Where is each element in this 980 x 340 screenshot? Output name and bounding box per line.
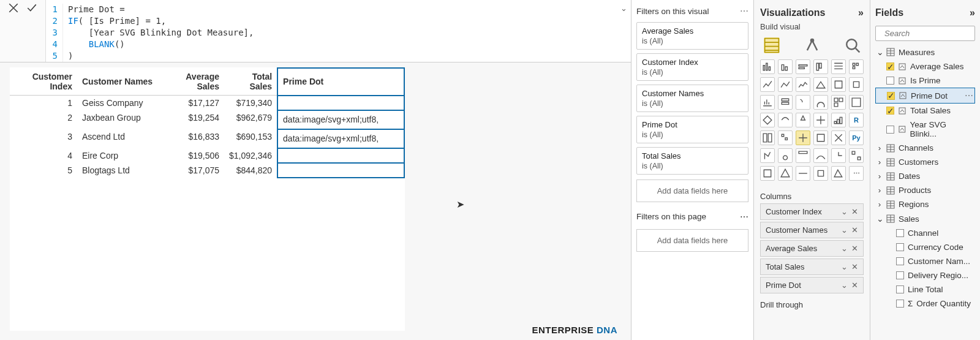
- table-row[interactable]: 5 Blogtags Ltd $17,075 $844,820: [10, 163, 404, 178]
- viz-type-icon[interactable]: [831, 77, 846, 92]
- viz-type-icon[interactable]: [849, 77, 864, 92]
- viz-type-icon[interactable]: [760, 113, 775, 127]
- viz-type-icon[interactable]: [796, 166, 810, 181]
- viz-type-icon[interactable]: [831, 130, 846, 145]
- filters-page-more-icon[interactable]: ⋯: [740, 212, 748, 222]
- dax-editor[interactable]: 12345 Prime Dot = IF( [Is Prime] = 1, [Y…: [46, 0, 631, 62]
- viz-type-icon[interactable]: [796, 95, 810, 110]
- tree-field[interactable]: ✓Average Sales: [875, 59, 975, 74]
- viz-type-icon[interactable]: [778, 95, 793, 110]
- remove-field-icon[interactable]: ✕: [851, 281, 858, 290]
- viz-type-icon[interactable]: [778, 166, 793, 181]
- viz-type-icon[interactable]: [778, 59, 793, 74]
- viz-type-icon[interactable]: [796, 130, 810, 145]
- field-checkbox[interactable]: [896, 271, 904, 279]
- viz-type-icon[interactable]: [831, 148, 846, 163]
- tree-table[interactable]: ›Customers: [875, 155, 975, 169]
- field-checkbox[interactable]: [896, 243, 904, 251]
- col-header-index[interactable]: Customer Index: [10, 68, 77, 96]
- cancel-formula-icon[interactable]: [8, 2, 19, 15]
- tree-table[interactable]: ›Dates: [875, 169, 975, 183]
- commit-formula-icon[interactable]: [26, 2, 37, 15]
- tree-table-sales[interactable]: ⌄Sales: [875, 211, 975, 226]
- col-header-names[interactable]: Customer Names: [77, 68, 163, 96]
- viz-type-icon[interactable]: [796, 113, 810, 127]
- viz-type-icon[interactable]: [796, 148, 810, 163]
- viz-type-icon[interactable]: [796, 77, 810, 92]
- viz-type-icon[interactable]: [778, 77, 793, 92]
- filter-card[interactable]: Total Salesis (All): [636, 147, 748, 175]
- viz-type-icon[interactable]: ⋯: [849, 166, 864, 181]
- viz-type-icon[interactable]: [760, 148, 775, 163]
- table-row[interactable]: 1 Geiss Company $17,127 $719,340: [10, 96, 404, 111]
- viz-type-icon[interactable]: R: [849, 113, 864, 127]
- viz-type-icon[interactable]: [831, 113, 846, 127]
- viz-type-icon[interactable]: [849, 148, 864, 163]
- field-well[interactable]: Prime Dot⌄✕: [760, 277, 864, 293]
- viz-type-icon[interactable]: Py: [849, 130, 864, 145]
- field-checkbox[interactable]: [896, 285, 904, 293]
- field-checkbox[interactable]: [896, 300, 904, 308]
- viz-mode-format-icon[interactable]: [804, 37, 820, 53]
- viz-type-icon[interactable]: [849, 95, 864, 110]
- tree-group-measures[interactable]: ⌄Measures: [875, 45, 975, 59]
- remove-field-icon[interactable]: ✕: [851, 262, 858, 271]
- viz-type-icon[interactable]: [778, 148, 793, 163]
- filter-card[interactable]: Average Salesis (All): [636, 22, 748, 50]
- viz-type-icon[interactable]: [778, 130, 793, 145]
- field-well[interactable]: Customer Index⌄✕: [760, 203, 864, 220]
- remove-field-icon[interactable]: ✕: [851, 207, 858, 216]
- table-row[interactable]: 2 Jaxbean Group $19,254 $962,679 data:im…: [10, 110, 404, 129]
- tree-field[interactable]: ✓Total Sales: [875, 104, 975, 118]
- col-header-avg[interactable]: Average Sales: [163, 68, 224, 96]
- tree-column[interactable]: Line Total: [875, 282, 975, 297]
- tree-table[interactable]: ›Products: [875, 183, 975, 197]
- tree-column[interactable]: Currency Code: [875, 240, 975, 254]
- viz-type-icon[interactable]: [831, 95, 846, 110]
- viz-type-icon[interactable]: [813, 95, 828, 110]
- chevron-down-icon[interactable]: ⌄: [841, 207, 848, 216]
- viz-type-icon[interactable]: [813, 148, 828, 163]
- report-canvas[interactable]: Customer Index Customer Names Average Sa…: [0, 62, 631, 340]
- chevron-down-icon[interactable]: ⌄: [841, 225, 848, 235]
- fields-search-input[interactable]: [884, 29, 980, 38]
- field-well[interactable]: Customer Names⌄✕: [760, 222, 864, 238]
- tree-column[interactable]: Delivery Regio...: [875, 268, 975, 282]
- viz-type-icon[interactable]: [813, 113, 828, 127]
- viz-collapse-icon[interactable]: »: [858, 7, 864, 18]
- chevron-down-icon[interactable]: ⌄: [841, 244, 848, 253]
- field-checkbox[interactable]: [886, 77, 894, 85]
- viz-type-icon[interactable]: [849, 59, 864, 74]
- filter-card[interactable]: Prime Dotis (All): [636, 116, 748, 143]
- code-body[interactable]: Prime Dot = IF( [Is Prime] = 1, [Year SV…: [63, 4, 254, 62]
- viz-mode-fields-icon[interactable]: [764, 37, 780, 53]
- table-row[interactable]: 3 Ascend Ltd $16,833 $690,153 data:image…: [10, 129, 404, 148]
- tree-column[interactable]: Customer Nam...: [875, 254, 975, 268]
- viz-type-icon[interactable]: [813, 59, 828, 74]
- field-checkbox[interactable]: [886, 126, 894, 134]
- viz-type-icon[interactable]: [813, 166, 828, 181]
- chevron-down-icon[interactable]: ⌄: [841, 262, 848, 271]
- table-visual[interactable]: Customer Index Customer Names Average Sa…: [10, 67, 405, 331]
- viz-type-icon[interactable]: [796, 59, 810, 74]
- tree-field[interactable]: Is Prime: [875, 74, 975, 88]
- viz-type-icon[interactable]: [760, 166, 775, 181]
- remove-field-icon[interactable]: ✕: [851, 225, 858, 235]
- field-more-icon[interactable]: ⋯: [965, 91, 973, 100]
- tree-column[interactable]: ΣOrder Quantity: [875, 297, 975, 311]
- chevron-down-icon[interactable]: ⌄: [841, 281, 848, 290]
- viz-type-icon[interactable]: [778, 113, 793, 127]
- field-checkbox[interactable]: ✓: [886, 107, 894, 115]
- tree-table[interactable]: ›Channels: [875, 141, 975, 155]
- tree-column[interactable]: Channel: [875, 226, 975, 240]
- filters-page-add[interactable]: Add data fields here: [636, 229, 748, 252]
- viz-mode-analytics-icon[interactable]: [845, 37, 861, 53]
- remove-field-icon[interactable]: ✕: [851, 244, 858, 253]
- col-header-total[interactable]: Total Sales: [224, 68, 277, 96]
- field-checkbox[interactable]: ✓: [887, 92, 895, 100]
- field-well[interactable]: Average Sales⌄✕: [760, 240, 864, 257]
- col-header-prime[interactable]: Prime Dot: [277, 68, 404, 96]
- viz-type-icon[interactable]: [831, 59, 846, 74]
- field-checkbox[interactable]: ✓: [886, 62, 894, 70]
- field-checkbox[interactable]: [896, 229, 904, 237]
